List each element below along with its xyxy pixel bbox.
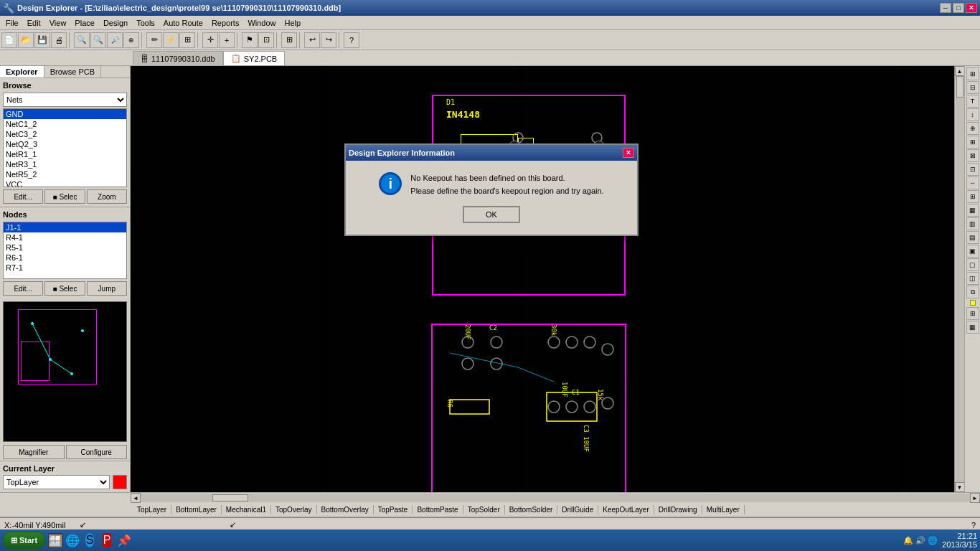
- canvas-area[interactable]: IN4148 D1 20k: [131, 66, 954, 492]
- toolbar-help[interactable]: ?: [344, 32, 359, 48]
- scroll-down-arrow[interactable]: ▼: [955, 482, 965, 492]
- toolbar-zoomin[interactable]: 🔍: [74, 32, 90, 48]
- right-btn-7[interactable]: ⊠: [966, 149, 979, 162]
- right-btn-6[interactable]: ⊞: [966, 136, 979, 149]
- taskbar-app-1[interactable]: 🪟: [48, 533, 62, 547]
- panel-tab-explorer[interactable]: Explorer: [0, 66, 44, 77]
- menu-view[interactable]: View: [45, 17, 71, 29]
- nodes-item-r71[interactable]: R7-1: [4, 263, 126, 273]
- nodes-jump-btn[interactable]: Jump: [87, 281, 127, 296]
- right-btn-2[interactable]: ⊟: [966, 81, 979, 94]
- h-scroll-track[interactable]: [141, 494, 970, 502]
- nets-item-netq23[interactable]: NetQ2_3: [4, 139, 126, 149]
- toolbar-component[interactable]: ⊡: [258, 32, 274, 48]
- nets-list[interactable]: GND NetC1_2 NetC3_2 NetQ2_3 NetR1_1 NetR…: [3, 108, 127, 187]
- scroll-up-arrow[interactable]: ▲: [955, 66, 965, 76]
- toolbar-redo[interactable]: ↪: [321, 32, 336, 48]
- vertical-scrollbar[interactable]: ▲ ▼: [954, 66, 964, 492]
- layer-tab-topoverlay[interactable]: TopOverlay: [271, 505, 317, 514]
- right-btn-15[interactable]: ▢: [966, 258, 979, 271]
- layer-tab-toplayer[interactable]: TopLayer: [133, 505, 171, 514]
- nodes-item-r41[interactable]: R4-1: [4, 232, 126, 242]
- configure-btn[interactable]: Configure: [66, 445, 128, 459]
- right-btn-4[interactable]: ↕: [966, 108, 979, 121]
- toolbar-plus[interactable]: +: [219, 32, 235, 48]
- layer-tab-drillguide[interactable]: DrillGuide: [557, 505, 598, 514]
- nets-item-netr11[interactable]: NetR1_1: [4, 149, 126, 159]
- toolbar-save[interactable]: 💾: [34, 32, 50, 48]
- modal-close-button[interactable]: ✕: [623, 148, 634, 158]
- right-btn-18[interactable]: ⊞: [966, 307, 979, 320]
- nodes-item-j11[interactable]: J1-1: [4, 222, 126, 232]
- menu-help[interactable]: Help: [281, 17, 306, 29]
- menu-place[interactable]: Place: [70, 17, 99, 29]
- tab-ddb[interactable]: 🗄 11107990310.ddb: [133, 51, 223, 65]
- menu-file[interactable]: File: [1, 17, 23, 29]
- right-btn-3[interactable]: T: [966, 95, 979, 108]
- layer-tab-drilldrawing[interactable]: DrillDrawing: [654, 505, 702, 514]
- right-btn-9[interactable]: ↔: [966, 176, 979, 189]
- right-btn-1[interactable]: ⊞: [966, 67, 979, 80]
- toolbar-cross[interactable]: ✛: [202, 32, 218, 48]
- toolbar-print[interactable]: 🖨: [51, 32, 67, 48]
- toolbar-undo[interactable]: ↩: [304, 32, 320, 48]
- layer-tab-multilayer[interactable]: MultiLayer: [702, 505, 745, 514]
- toolbar-zoom1[interactable]: 🔎: [107, 32, 123, 48]
- layer-tab-topsolder[interactable]: TopSolder: [463, 505, 505, 514]
- layer-tab-bottomoverlay[interactable]: BottomOverlay: [317, 505, 374, 514]
- start-button[interactable]: ⊞ Start: [3, 532, 45, 549]
- menu-window[interactable]: Window: [243, 17, 280, 29]
- right-btn-12[interactable]: ▥: [966, 217, 979, 230]
- nets-select-btn[interactable]: ■ Selec: [44, 189, 85, 204]
- menu-edit[interactable]: Edit: [23, 17, 45, 29]
- nodes-list[interactable]: J1-1 R4-1 R5-1 R6-1 R7-1: [3, 222, 127, 279]
- nodes-item-r61[interactable]: R6-1: [4, 253, 126, 263]
- close-button[interactable]: ✕: [966, 3, 977, 13]
- toolbar-wire[interactable]: ⚡: [163, 32, 179, 48]
- scroll-track[interactable]: [956, 76, 964, 482]
- scroll-thumb[interactable]: [956, 76, 963, 98]
- taskbar-app-5[interactable]: 📌: [117, 533, 131, 547]
- nets-item-vcc[interactable]: VCC: [4, 179, 126, 187]
- right-btn-17[interactable]: ⧉: [966, 286, 979, 298]
- nodes-select-btn[interactable]: ■ Selec: [44, 281, 85, 296]
- toolbar-zoom2[interactable]: ⊕: [123, 32, 139, 48]
- layer-select[interactable]: TopLayer BottomLayer: [3, 475, 110, 489]
- nets-zoom-btn[interactable]: Zoom: [87, 189, 127, 204]
- modal-ok-button[interactable]: OK: [463, 206, 520, 223]
- toolbar-flag[interactable]: ⚑: [242, 32, 258, 48]
- nets-item-gnd[interactable]: GND: [4, 109, 126, 119]
- minimize-button[interactable]: ─: [940, 3, 951, 13]
- toolbar-bus[interactable]: ⊞: [179, 32, 195, 48]
- horizontal-scrollbar[interactable]: ◄ ►: [0, 493, 980, 503]
- toolbar-open[interactable]: 📂: [18, 32, 34, 48]
- right-btn-10[interactable]: ⊞: [966, 190, 979, 203]
- layer-tab-mech1[interactable]: Mechanical1: [222, 505, 271, 514]
- menu-tools[interactable]: Tools: [132, 17, 159, 29]
- toolbar-grid[interactable]: ⊞: [281, 32, 297, 48]
- magnifier-btn[interactable]: Magnifier: [3, 445, 65, 459]
- menu-design[interactable]: Design: [99, 17, 132, 29]
- layer-tab-keepout[interactable]: KeepOutLayer: [598, 505, 654, 514]
- nets-edit-btn[interactable]: Edit...: [3, 189, 43, 204]
- layer-tab-bottomsolder[interactable]: BottomSolder: [505, 505, 558, 514]
- layer-tab-toppaste[interactable]: TopPaste: [374, 505, 413, 514]
- right-btn-5[interactable]: ⊕: [966, 122, 979, 135]
- menu-autoroute[interactable]: Auto Route: [159, 17, 207, 29]
- color-btn-yellow[interactable]: [970, 300, 976, 306]
- right-btn-19[interactable]: ▦: [966, 321, 979, 334]
- taskbar-app-2[interactable]: 🌐: [65, 533, 80, 547]
- right-btn-13[interactable]: ▤: [966, 231, 979, 244]
- toolbar-new[interactable]: 📄: [1, 32, 17, 48]
- taskbar-app-3[interactable]: S: [83, 533, 97, 547]
- panel-tab-browse[interactable]: Browse PCB: [44, 66, 101, 77]
- nodes-item-r51[interactable]: R5-1: [4, 242, 126, 253]
- layer-tab-bottompaste[interactable]: BottomPaste: [413, 505, 463, 514]
- layer-tab-bottomlayer[interactable]: BottomLayer: [171, 505, 222, 514]
- right-btn-8[interactable]: ⊡: [966, 163, 979, 176]
- nets-item-netc32[interactable]: NetC3_2: [4, 129, 126, 139]
- menu-reports[interactable]: Reports: [207, 17, 244, 29]
- maximize-button[interactable]: □: [953, 3, 964, 13]
- right-btn-16[interactable]: ◫: [966, 272, 979, 285]
- right-btn-14[interactable]: ▣: [966, 245, 979, 258]
